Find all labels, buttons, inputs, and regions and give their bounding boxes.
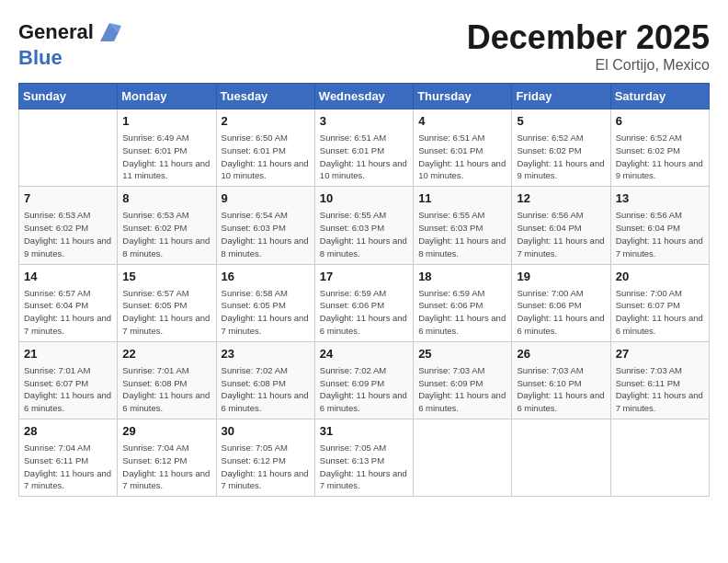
day-number: 6 <box>616 113 704 130</box>
header-saturday: Saturday <box>610 84 709 109</box>
calendar-cell: 2Sunrise: 6:50 AMSunset: 6:01 PMDaylight… <box>216 109 314 187</box>
day-info: Sunrise: 6:50 AMSunset: 6:01 PMDaylight:… <box>222 132 310 182</box>
week-row-4: 28Sunrise: 7:04 AMSunset: 6:11 PMDayligh… <box>19 419 710 497</box>
day-number: 10 <box>320 190 408 207</box>
day-number: 29 <box>122 423 210 440</box>
day-info: Sunrise: 7:04 AMSunset: 6:12 PMDaylight:… <box>122 442 210 492</box>
day-number: 5 <box>517 113 605 130</box>
day-number: 4 <box>418 113 506 130</box>
day-number: 24 <box>320 346 408 362</box>
header-row: SundayMondayTuesdayWednesdayThursdayFrid… <box>19 84 710 109</box>
calendar-cell: 24Sunrise: 7:02 AMSunset: 6:09 PMDayligh… <box>314 341 413 419</box>
day-info: Sunrise: 6:55 AMSunset: 6:03 PMDaylight:… <box>418 209 506 259</box>
day-info: Sunrise: 6:51 AMSunset: 6:01 PMDaylight:… <box>418 132 506 182</box>
day-number: 30 <box>222 423 310 440</box>
day-info: Sunrise: 7:03 AMSunset: 6:09 PMDaylight:… <box>418 364 506 415</box>
calendar-cell: 28Sunrise: 7:04 AMSunset: 6:11 PMDayligh… <box>19 419 118 497</box>
day-info: Sunrise: 7:05 AMSunset: 6:13 PMDaylight:… <box>320 442 408 492</box>
header-thursday: Thursday <box>414 84 512 109</box>
day-number: 3 <box>320 113 408 130</box>
calendar-cell: 19Sunrise: 7:00 AMSunset: 6:06 PMDayligh… <box>512 264 610 341</box>
logo-icon <box>96 18 123 46</box>
day-number: 8 <box>122 190 210 207</box>
calendar-cell: 14Sunrise: 6:57 AMSunset: 6:04 PMDayligh… <box>19 264 118 341</box>
week-row-3: 21Sunrise: 7:01 AMSunset: 6:07 PMDayligh… <box>19 341 710 419</box>
day-number: 7 <box>24 190 112 207</box>
header-monday: Monday <box>118 84 216 109</box>
day-info: Sunrise: 6:59 AMSunset: 6:06 PMDaylight:… <box>418 287 506 338</box>
day-info: Sunrise: 6:55 AMSunset: 6:03 PMDaylight:… <box>320 209 408 259</box>
calendar-cell: 11Sunrise: 6:55 AMSunset: 6:03 PMDayligh… <box>414 187 512 264</box>
calendar-cell: 13Sunrise: 6:56 AMSunset: 6:04 PMDayligh… <box>610 187 709 264</box>
calendar-cell: 20Sunrise: 7:00 AMSunset: 6:07 PMDayligh… <box>610 264 709 341</box>
day-info: Sunrise: 6:56 AMSunset: 6:04 PMDaylight:… <box>616 209 704 259</box>
location-title: El Cortijo, Mexico <box>467 57 710 74</box>
calendar-cell: 22Sunrise: 7:01 AMSunset: 6:08 PMDayligh… <box>118 341 216 419</box>
header-wednesday: Wednesday <box>314 84 413 109</box>
day-info: Sunrise: 6:52 AMSunset: 6:02 PMDaylight:… <box>517 132 605 182</box>
calendar-cell: 1Sunrise: 6:49 AMSunset: 6:01 PMDaylight… <box>118 109 216 187</box>
calendar-cell: 29Sunrise: 7:04 AMSunset: 6:12 PMDayligh… <box>118 419 216 497</box>
day-info: Sunrise: 6:56 AMSunset: 6:04 PMDaylight:… <box>517 209 605 259</box>
day-info: Sunrise: 6:53 AMSunset: 6:02 PMDaylight:… <box>24 209 112 259</box>
calendar-header: SundayMondayTuesdayWednesdayThursdayFrid… <box>19 84 710 109</box>
day-info: Sunrise: 6:49 AMSunset: 6:01 PMDaylight:… <box>122 132 210 182</box>
day-number: 12 <box>517 190 605 207</box>
day-number: 31 <box>320 423 408 440</box>
calendar-cell: 26Sunrise: 7:03 AMSunset: 6:10 PMDayligh… <box>512 341 610 419</box>
header-tuesday: Tuesday <box>216 84 314 109</box>
header: General Blue December 2025 El Cortijo, M… <box>18 18 710 74</box>
header-friday: Friday <box>512 84 610 109</box>
week-row-0: 1Sunrise: 6:49 AMSunset: 6:01 PMDaylight… <box>19 109 710 187</box>
calendar-cell: 9Sunrise: 6:54 AMSunset: 6:03 PMDaylight… <box>216 187 314 264</box>
day-number: 17 <box>320 269 408 285</box>
calendar-cell: 17Sunrise: 6:59 AMSunset: 6:06 PMDayligh… <box>314 264 413 341</box>
week-row-2: 14Sunrise: 6:57 AMSunset: 6:04 PMDayligh… <box>19 264 710 341</box>
week-row-1: 7Sunrise: 6:53 AMSunset: 6:02 PMDaylight… <box>19 187 710 264</box>
day-number: 28 <box>24 423 112 440</box>
day-number: 26 <box>517 346 605 362</box>
day-info: Sunrise: 6:58 AMSunset: 6:05 PMDaylight:… <box>222 287 310 338</box>
day-info: Sunrise: 7:03 AMSunset: 6:10 PMDaylight:… <box>517 364 605 415</box>
calendar-cell: 30Sunrise: 7:05 AMSunset: 6:12 PMDayligh… <box>216 419 314 497</box>
day-info: Sunrise: 7:01 AMSunset: 6:07 PMDaylight:… <box>24 364 112 415</box>
calendar-cell: 18Sunrise: 6:59 AMSunset: 6:06 PMDayligh… <box>414 264 512 341</box>
day-number: 9 <box>222 190 310 207</box>
calendar-cell <box>610 419 709 497</box>
day-number: 22 <box>122 346 210 362</box>
calendar-cell: 6Sunrise: 6:52 AMSunset: 6:02 PMDaylight… <box>610 109 709 187</box>
calendar-body: 1Sunrise: 6:49 AMSunset: 6:01 PMDaylight… <box>19 109 710 497</box>
calendar-cell: 25Sunrise: 7:03 AMSunset: 6:09 PMDayligh… <box>414 341 512 419</box>
day-number: 15 <box>122 269 210 285</box>
day-info: Sunrise: 6:57 AMSunset: 6:04 PMDaylight:… <box>24 287 112 338</box>
calendar-cell <box>512 419 610 497</box>
day-number: 13 <box>616 190 704 207</box>
day-number: 21 <box>24 346 112 362</box>
day-number: 20 <box>616 269 704 285</box>
calendar-cell: 27Sunrise: 7:03 AMSunset: 6:11 PMDayligh… <box>610 341 709 419</box>
calendar-cell: 4Sunrise: 6:51 AMSunset: 6:01 PMDaylight… <box>414 109 512 187</box>
calendar-cell: 16Sunrise: 6:58 AMSunset: 6:05 PMDayligh… <box>216 264 314 341</box>
day-info: Sunrise: 6:59 AMSunset: 6:06 PMDaylight:… <box>320 287 408 338</box>
day-number: 27 <box>616 346 704 362</box>
calendar-cell: 23Sunrise: 7:02 AMSunset: 6:08 PMDayligh… <box>216 341 314 419</box>
day-number: 18 <box>418 269 506 285</box>
day-info: Sunrise: 6:54 AMSunset: 6:03 PMDaylight:… <box>222 209 310 259</box>
day-info: Sunrise: 7:01 AMSunset: 6:08 PMDaylight:… <box>122 364 210 415</box>
day-number: 16 <box>222 269 310 285</box>
calendar-cell: 10Sunrise: 6:55 AMSunset: 6:03 PMDayligh… <box>314 187 413 264</box>
day-number: 2 <box>222 113 310 130</box>
logo: General Blue <box>18 18 123 70</box>
title-area: December 2025 El Cortijo, Mexico <box>467 18 710 74</box>
day-number: 1 <box>122 113 210 130</box>
header-sunday: Sunday <box>19 84 118 109</box>
day-info: Sunrise: 7:02 AMSunset: 6:08 PMDaylight:… <box>222 364 310 415</box>
day-info: Sunrise: 7:04 AMSunset: 6:11 PMDaylight:… <box>24 442 112 492</box>
calendar-cell <box>19 109 118 187</box>
calendar-cell: 7Sunrise: 6:53 AMSunset: 6:02 PMDaylight… <box>19 187 118 264</box>
day-number: 14 <box>24 269 112 285</box>
day-info: Sunrise: 6:57 AMSunset: 6:05 PMDaylight:… <box>122 287 210 338</box>
calendar-cell: 3Sunrise: 6:51 AMSunset: 6:01 PMDaylight… <box>314 109 413 187</box>
day-number: 11 <box>418 190 506 207</box>
day-number: 19 <box>517 269 605 285</box>
